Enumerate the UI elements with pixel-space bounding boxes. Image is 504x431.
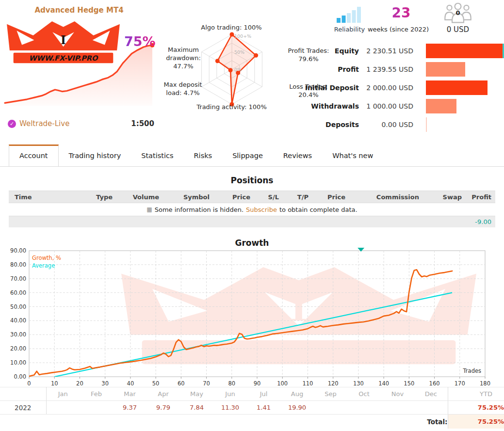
stat-label: Equity bbox=[305, 47, 359, 55]
hidden-info-icon: ▦ bbox=[146, 206, 152, 213]
brand-logo: I WWW.FX-VIP.PRO bbox=[4, 19, 123, 66]
svg-text:40.00: 40.00 bbox=[10, 317, 26, 324]
subscribers-count: 0 bbox=[454, 9, 462, 16]
svg-text:110: 110 bbox=[302, 380, 313, 387]
stat-value: 1 239.55 USD bbox=[359, 65, 426, 73]
month-header: Apr bbox=[146, 387, 180, 401]
month-header: Dec bbox=[414, 387, 448, 401]
svg-text:WWW.FX-VIP.PRO: WWW.FX-VIP.PRO bbox=[191, 344, 409, 363]
month-header: Sep bbox=[314, 387, 347, 401]
month-value: 9.79 bbox=[146, 401, 180, 415]
ytd-value: 75.25% bbox=[448, 401, 504, 415]
tab-reviews[interactable]: Reviews bbox=[273, 145, 322, 166]
positions-profit-row: -9.00 bbox=[9, 216, 495, 227]
leverage-value: 1:500 bbox=[130, 119, 154, 128]
stat-row: Deposits0.00 USD bbox=[305, 115, 504, 134]
svg-text:180: 180 bbox=[480, 380, 490, 387]
tab-statistics[interactable]: Statistics bbox=[131, 145, 183, 166]
svg-text:60.00: 60.00 bbox=[10, 289, 26, 296]
tab-slippage[interactable]: Slippage bbox=[222, 145, 273, 166]
svg-text:150: 150 bbox=[404, 380, 414, 387]
year-label: 2022 bbox=[0, 401, 46, 415]
svg-text:40: 40 bbox=[127, 380, 134, 387]
svg-text:170: 170 bbox=[455, 380, 465, 387]
month-value: 1.41 bbox=[247, 401, 280, 415]
svg-text:0.00: 0.00 bbox=[14, 373, 26, 380]
svg-text:50%: 50% bbox=[234, 49, 244, 55]
svg-text:80: 80 bbox=[228, 380, 235, 387]
stat-value: 0.00 USD bbox=[359, 121, 426, 128]
monthly-growth-table: JanFebMarAprMayJunJulAugSepOctNovDecYTD2… bbox=[0, 387, 504, 429]
radar-axis-label: Trading activity: 100% bbox=[175, 103, 289, 112]
verified-badge-icon: ✓ bbox=[8, 120, 16, 128]
svg-text:130: 130 bbox=[353, 380, 364, 387]
stat-bar bbox=[426, 117, 504, 132]
signal-age-weeks: 23 bbox=[379, 5, 423, 21]
svg-text:90.00: 90.00 bbox=[10, 247, 26, 254]
svg-text:I: I bbox=[61, 33, 66, 47]
broker-name-link[interactable]: Weltrade-Live bbox=[19, 119, 69, 128]
signal-page: Advanced Hedge MT4 I WWW.FX-VIP.PRO 75% … bbox=[0, 0, 504, 431]
month-value: 9.37 bbox=[113, 401, 146, 415]
month-header: Jun bbox=[213, 387, 247, 401]
month-value bbox=[347, 401, 381, 415]
growth-percent-badge: 75% bbox=[124, 34, 158, 49]
month-value bbox=[381, 401, 414, 415]
svg-text:30.00: 30.00 bbox=[10, 331, 26, 338]
month-header: May bbox=[180, 387, 213, 401]
stat-label: Withdrawals bbox=[305, 102, 359, 110]
month-header: Feb bbox=[80, 387, 113, 401]
tab-risks[interactable]: Risks bbox=[184, 145, 223, 166]
svg-text:50: 50 bbox=[152, 380, 160, 387]
stat-value: 2 230.51 USD bbox=[359, 47, 426, 55]
month-header: Aug bbox=[280, 387, 314, 401]
positions-col-type: Type bbox=[86, 193, 113, 201]
ytd-header: YTD bbox=[448, 387, 504, 401]
positions-col-commission: Commission bbox=[345, 193, 419, 201]
svg-text:WWW.FX-VIP.PRO: WWW.FX-VIP.PRO bbox=[29, 54, 98, 62]
stat-bar bbox=[426, 62, 504, 77]
tab-trading-history[interactable]: Trading history bbox=[59, 145, 131, 166]
month-header: Jul bbox=[247, 387, 280, 401]
svg-text:Trades: Trades bbox=[463, 367, 481, 374]
svg-text:0%: 0% bbox=[234, 67, 242, 72]
svg-text:70.00: 70.00 bbox=[10, 275, 26, 282]
svg-text:Growth, %: Growth, % bbox=[32, 255, 61, 261]
stat-row: Initial Deposit2 000.00 USD bbox=[305, 79, 504, 97]
svg-text:100: 100 bbox=[277, 380, 288, 387]
svg-text:120: 120 bbox=[328, 380, 339, 387]
stat-row: Withdrawals1 000.00 USD bbox=[305, 97, 504, 115]
svg-text:0: 0 bbox=[27, 380, 31, 387]
total-value: 75.25% bbox=[448, 415, 504, 429]
page-title: Advanced Hedge MT4 bbox=[4, 6, 154, 15]
positions-col-t-p: T/P bbox=[279, 193, 309, 201]
month-value bbox=[46, 401, 80, 415]
svg-text:20: 20 bbox=[76, 380, 83, 387]
radar-axis-label: Max depositload: 4.7% bbox=[162, 81, 204, 97]
radar-axis-label: Algo trading: 100% bbox=[176, 24, 287, 32]
positions-col-swap: Swap bbox=[419, 193, 462, 201]
stat-value: 2 000.00 USD bbox=[359, 84, 426, 92]
svg-text:70: 70 bbox=[203, 380, 210, 387]
svg-text:80.00: 80.00 bbox=[10, 261, 26, 268]
subscribe-link[interactable]: Subscribe bbox=[246, 206, 277, 213]
stat-label: Deposits bbox=[305, 121, 359, 128]
stat-row: Profit1 239.55 USD bbox=[305, 60, 504, 79]
growth-chart: I WWW.FX-VIP.PRO010203040506070809010011… bbox=[0, 247, 504, 388]
month-value: 11.30 bbox=[213, 401, 247, 415]
distribution-radar-chart: 100+%50%0% bbox=[193, 31, 271, 108]
month-value bbox=[80, 401, 113, 415]
positions-col-price: Price bbox=[210, 193, 250, 201]
account-stats-list: Equity2 230.51 USDProfit1 239.55 USDInit… bbox=[305, 42, 504, 134]
positions-hidden-notice: ▦ Some information is hidden. Subscribe … bbox=[9, 203, 495, 216]
stat-bar bbox=[426, 44, 504, 58]
tab-what-s-new[interactable]: What's new bbox=[322, 145, 383, 166]
hidden-notice-suffix: to obtain complete data. bbox=[279, 206, 358, 213]
hidden-notice-text: Some information is hidden. bbox=[155, 206, 244, 213]
positions-col-price: Price bbox=[309, 193, 345, 201]
svg-text:Average: Average bbox=[32, 262, 55, 269]
month-header: Nov bbox=[381, 387, 414, 401]
month-header: Jan bbox=[46, 387, 80, 401]
positions-col-s-l: S/L bbox=[250, 193, 279, 201]
tab-account[interactable]: Account bbox=[9, 144, 59, 166]
